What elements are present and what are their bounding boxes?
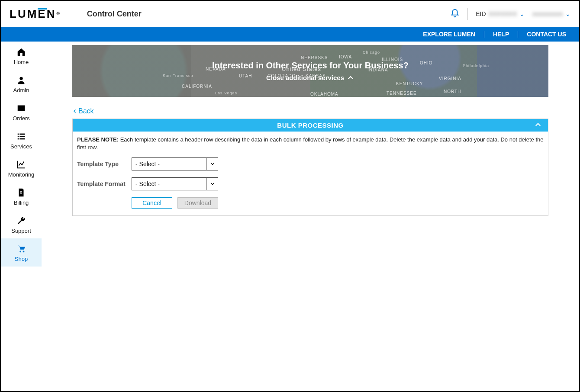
map-label: TENNESSEE	[387, 91, 417, 96]
inbox-icon	[3, 103, 40, 113]
sidebar-item-services[interactable]: Services	[1, 126, 42, 154]
map-label: NEBRASKA	[301, 55, 328, 60]
user-icon	[3, 75, 40, 85]
chevron-up-icon	[347, 74, 354, 82]
map-label: NORTH	[444, 89, 461, 94]
svg-point-8	[19, 251, 21, 253]
panel-note: PLEASE NOTE: Each template contains a he…	[77, 136, 544, 151]
home-icon	[3, 47, 40, 57]
cart-icon	[3, 244, 40, 254]
sidebar-item-label: Home	[3, 59, 40, 65]
map-label: Chicago	[363, 50, 380, 55]
banner-close-link[interactable]: Close additional services	[266, 74, 354, 82]
banner-title: Interested in Other Services for Your Bu…	[212, 61, 409, 71]
svg-rect-2	[19, 134, 25, 135]
topnav-help[interactable]: HELP	[484, 31, 518, 38]
panel-body: PLEASE NOTE: Each template contains a he…	[73, 132, 548, 215]
eid-value: XXXXXXX	[489, 10, 517, 17]
sidebar-item-billing[interactable]: $ Billing	[1, 182, 42, 210]
chart-icon	[3, 159, 40, 170]
banner-close-text: Close additional services	[266, 74, 344, 81]
bulk-processing-panel: BULK PROCESSING PLEASE NOTE: Each templa…	[72, 119, 548, 216]
map-label: OKLAHOMA	[310, 92, 338, 96]
wrench-icon	[3, 215, 40, 226]
button-row: Cancel Download	[132, 197, 544, 209]
username: xxxxxxxxxx	[532, 10, 563, 17]
template-type-label: Template Type	[77, 161, 132, 167]
user-dropdown[interactable]: xxxxxxxxxx ⌄	[532, 10, 570, 17]
eid-label: EID	[476, 10, 486, 17]
chevron-left-icon	[72, 109, 77, 114]
map-label: CALIFORNIA	[182, 84, 212, 89]
sidebar-item-label: Shop	[3, 256, 40, 262]
panel-title: BULK PROCESSING	[277, 122, 343, 129]
svg-point-9	[23, 251, 25, 253]
sidebar: Home Admin Orders Services Monitoring $ …	[1, 42, 42, 391]
download-button: Download	[177, 197, 218, 209]
panel-header: BULK PROCESSING	[73, 119, 548, 132]
notifications-icon[interactable]	[450, 9, 460, 19]
map-label: KENTUCKY	[396, 81, 423, 86]
svg-point-0	[19, 77, 23, 80]
template-type-row: Template Type - Select -	[77, 157, 544, 170]
list-icon	[3, 131, 40, 141]
map-label: San Francisco	[163, 74, 193, 78]
sidebar-item-shop[interactable]: Shop	[1, 238, 42, 267]
sidebar-item-label: Support	[3, 228, 40, 234]
panel-collapse-icon[interactable]	[534, 121, 542, 130]
cancel-button[interactable]: Cancel	[132, 197, 172, 209]
back-link[interactable]: Back	[72, 107, 94, 115]
map-label: IOWA	[339, 55, 352, 59]
map-label: Philadelphia	[463, 64, 489, 68]
sidebar-item-label: Services	[3, 143, 40, 150]
sidebar-item-label: Orders	[3, 115, 40, 122]
top-header: LUMEN® Control Center EID XXXXXXX ⌄ xxxx…	[1, 1, 579, 27]
sidebar-item-support[interactable]: Support	[1, 210, 42, 238]
map-label: UTAH	[239, 74, 252, 78]
topnav-explore[interactable]: EXPLORE LUMEN	[414, 31, 484, 38]
map-label: OHIO	[420, 61, 433, 65]
svg-rect-1	[18, 134, 19, 135]
eid-dropdown[interactable]: EID XXXXXXX ⌄	[476, 10, 525, 17]
map-label: Las Vegas	[215, 91, 237, 95]
back-text: Back	[78, 107, 94, 115]
topnav: EXPLORE LUMEN HELP CONTACT US	[1, 27, 579, 42]
main-content: United States NEVADA UTAH COLORADO CALIF…	[42, 42, 579, 391]
note-strong: PLEASE NOTE:	[77, 136, 119, 143]
sidebar-item-monitoring[interactable]: Monitoring	[1, 154, 42, 182]
template-format-row: Template Format - Select -	[77, 177, 544, 190]
svg-rect-4	[19, 136, 25, 137]
services-banner: United States NEVADA UTAH COLORADO CALIF…	[72, 45, 548, 97]
svg-rect-6	[19, 138, 25, 140]
chevron-down-icon: ⌄	[519, 10, 525, 17]
sidebar-item-orders[interactable]: Orders	[1, 98, 42, 126]
map-label: VIRGINIA	[439, 76, 461, 81]
svg-text:$: $	[20, 191, 22, 195]
sidebar-item-admin[interactable]: Admin	[1, 70, 42, 98]
sidebar-item-home[interactable]: Home	[1, 42, 42, 70]
template-format-label: Template Format	[77, 180, 132, 187]
topnav-contact[interactable]: CONTACT US	[518, 31, 566, 38]
template-format-select[interactable]: - Select -	[132, 177, 218, 190]
note-text: Each template contains a header row desc…	[77, 136, 543, 151]
sidebar-item-label: Monitoring	[3, 171, 40, 178]
svg-rect-5	[18, 138, 19, 140]
product-name: Control Center	[87, 10, 142, 19]
svg-rect-3	[18, 136, 19, 137]
chevron-down-icon: ⌄	[565, 10, 570, 17]
divider	[467, 8, 468, 20]
lumen-logo: LUMEN®	[10, 7, 61, 21]
sidebar-item-label: Billing	[3, 199, 40, 206]
sidebar-item-label: Admin	[3, 87, 40, 93]
template-type-select[interactable]: - Select -	[132, 157, 218, 170]
billing-icon: $	[3, 187, 40, 198]
